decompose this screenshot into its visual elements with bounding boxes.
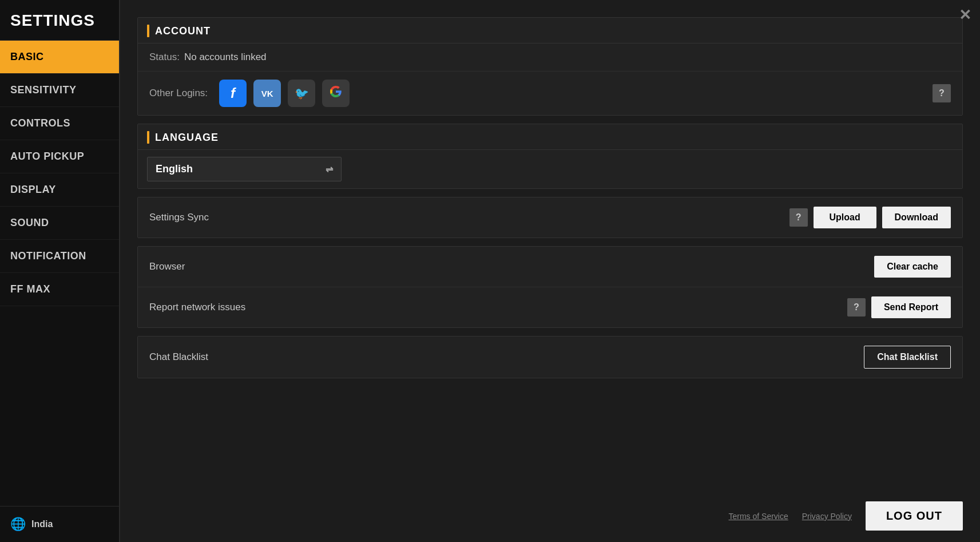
report-network-row: Report network issues ? Send Report <box>138 287 962 327</box>
report-help-button[interactable]: ? <box>847 298 866 317</box>
report-network-actions: ? Send Report <box>847 296 951 318</box>
browser-actions: Clear cache <box>874 256 951 278</box>
login-icons: f VK 🐦 <box>219 80 350 107</box>
sidebar-item-notification[interactable]: NOTIFICATION <box>0 240 119 273</box>
google-login-button[interactable] <box>322 80 350 107</box>
sidebar-bottom: 🌐 India <box>0 506 119 542</box>
sidebar-item-controls[interactable]: CONTROLS <box>0 107 119 140</box>
settings-sync-label: Settings Sync <box>149 212 789 223</box>
section-bar <box>147 25 149 37</box>
facebook-login-button[interactable]: f <box>219 80 247 107</box>
privacy-policy-link[interactable]: Privacy Policy <box>802 512 852 521</box>
bottom-bar: Terms of Service Privacy Policy LOG OUT <box>137 496 963 531</box>
account-section-header: ACCOUNT <box>138 18 962 43</box>
logout-button[interactable]: LOG OUT <box>866 501 963 531</box>
logins-label: Other Logins: <box>149 88 208 99</box>
chat-blacklist-button[interactable]: Chat Blacklist <box>864 346 951 369</box>
vk-icon: VK <box>261 89 273 98</box>
sidebar-item-display[interactable]: DISPLAY <box>0 173 119 207</box>
status-value: No accounts linked <box>184 52 267 63</box>
sidebar-item-sound[interactable]: SOUND <box>0 207 119 240</box>
clear-cache-button[interactable]: Clear cache <box>874 256 951 278</box>
language-section: LANGUAGE English ⇌ <box>137 124 963 189</box>
browser-label: Browser <box>149 261 874 272</box>
upload-button[interactable]: Upload <box>814 207 876 228</box>
language-arrows-icon: ⇌ <box>326 164 333 175</box>
google-icon <box>329 85 343 102</box>
send-report-button[interactable]: Send Report <box>871 296 951 318</box>
sidebar: SETTINGS BASIC SENSITIVITY CONTROLS AUTO… <box>0 0 120 542</box>
main-content: ✕ ACCOUNT Status: No accounts linked Oth… <box>120 0 980 542</box>
download-button[interactable]: Download <box>882 207 951 228</box>
country-label: India <box>31 519 53 529</box>
chat-blacklist-actions: Chat Blacklist <box>864 346 951 369</box>
sidebar-item-sensitivity[interactable]: SENSITIVITY <box>0 74 119 107</box>
language-section-title: LANGUAGE <box>155 132 219 144</box>
sidebar-item-basic[interactable]: BASIC <box>0 41 119 74</box>
vk-login-button[interactable]: VK <box>253 80 281 107</box>
settings-title: SETTINGS <box>0 0 119 41</box>
settings-sync-section: Settings Sync ? Upload Download <box>137 197 963 238</box>
globe-icon: 🌐 <box>10 517 26 532</box>
settings-sync-row: Settings Sync ? Upload Download <box>138 197 962 238</box>
status-label: Status: <box>149 52 180 63</box>
report-network-label: Report network issues <box>149 302 847 313</box>
sidebar-item-auto-pickup[interactable]: AUTO PICKUP <box>0 140 119 173</box>
account-section: ACCOUNT Status: No accounts linked Other… <box>137 17 963 116</box>
chat-blacklist-row: Chat Blacklist Chat Blacklist <box>138 337 962 378</box>
twitter-login-button[interactable]: 🐦 <box>288 80 315 107</box>
twitter-icon: 🐦 <box>295 86 309 100</box>
misc-section: Browser Clear cache Report network issue… <box>137 246 963 328</box>
language-row: English ⇌ <box>138 150 962 188</box>
chat-blacklist-section: Chat Blacklist Chat Blacklist <box>137 336 963 378</box>
sidebar-item-ff-max[interactable]: FF MAX <box>0 273 119 306</box>
facebook-icon: f <box>231 85 235 101</box>
language-dropdown[interactable]: English ⇌ <box>147 157 342 181</box>
language-section-bar <box>147 131 149 144</box>
language-selected: English <box>156 163 193 175</box>
chat-blacklist-label: Chat Blacklist <box>149 351 864 363</box>
status-row: Status: No accounts linked <box>138 43 962 72</box>
account-section-title: ACCOUNT <box>155 25 211 37</box>
close-button[interactable]: ✕ <box>954 3 977 26</box>
settings-sync-actions: ? Upload Download <box>789 207 951 228</box>
language-section-header: LANGUAGE <box>138 124 962 150</box>
account-help-button[interactable]: ? <box>933 84 951 102</box>
browser-row: Browser Clear cache <box>138 247 962 287</box>
logins-row: Other Logins: f VK 🐦 <box>138 72 962 115</box>
terms-of-service-link[interactable]: Terms of Service <box>729 512 788 521</box>
sync-help-button[interactable]: ? <box>789 208 808 227</box>
